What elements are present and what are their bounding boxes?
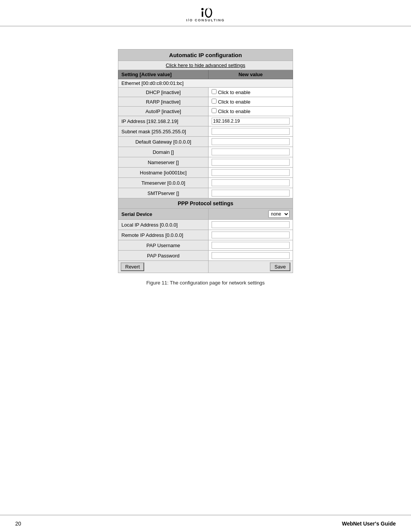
pap-username-input[interactable] [212, 242, 290, 249]
gateway-value-cell [209, 137, 293, 147]
dhcp-row: DHCP [inactive] Click to enable [118, 88, 293, 97]
nameserver-value-cell [209, 157, 293, 168]
ppp-section-row: PPP Protocol settings [118, 198, 293, 209]
table-title-row: Automatic IP configuration [118, 50, 293, 61]
subnet-label: Subnet mask [255.255.255.0] [118, 126, 209, 137]
rarp-checkbox-label: Click to enable [218, 99, 250, 105]
save-button[interactable]: Save [270, 262, 290, 271]
rarp-row: RARP [inactive] Click to enable [118, 97, 293, 107]
smtpserver-label: SMTPserver [] [118, 188, 209, 198]
subnet-row: Subnet mask [255.255.255.0] [118, 126, 293, 137]
ppp-section-title: PPP Protocol settings [118, 198, 293, 209]
revert-cell: Revert [118, 261, 209, 273]
hostname-input[interactable] [212, 169, 290, 176]
col-new-value-header: New value [209, 70, 293, 79]
subnet-input[interactable] [212, 128, 290, 135]
ip-address-value-cell [209, 116, 293, 126]
smtpserver-input[interactable] [212, 190, 290, 197]
svg-point-0 [201, 8, 204, 10]
pap-username-value-cell [209, 240, 293, 251]
table-header-row: Setting [Active value] New value [118, 70, 293, 79]
page-footer: 20 WebNet User's Guide [0, 515, 411, 532]
hostname-label: Hostname [io0001bc] [118, 168, 209, 178]
autoip-checkbox-cell: Click to enable [209, 107, 293, 116]
ip-address-row: IP Address [192.168.2.19] [118, 116, 293, 126]
remote-ip-label: Remote IP Address [0.0.0.0] [118, 230, 209, 240]
svg-rect-1 [202, 11, 203, 17]
domain-row: Domain [] [118, 147, 293, 157]
timeserver-value-cell [209, 178, 293, 188]
autoip-row: AutoIP [inactive] Click to enable [118, 107, 293, 116]
local-ip-row: Local IP Address [0.0.0.0] [118, 220, 293, 230]
page-number: 20 [15, 521, 21, 527]
local-ip-value-cell [209, 220, 293, 230]
domain-value-cell [209, 147, 293, 157]
dhcp-checkbox[interactable] [212, 89, 217, 94]
timeserver-row: Timeserver [0.0.0.0] [118, 178, 293, 188]
logo: I/O CONSULTING [186, 7, 225, 22]
rarp-label: RARP [inactive] [118, 97, 209, 107]
serial-device-select-cell: none com1 com2 [209, 209, 293, 220]
gateway-label: Default Gateway [0.0.0.0] [118, 137, 209, 147]
serial-device-select[interactable]: none com1 com2 [268, 210, 290, 218]
save-cell: Save [209, 261, 293, 273]
gateway-row: Default Gateway [0.0.0.0] [118, 137, 293, 147]
main-content: Automatic IP configuration Click here to… [0, 26, 411, 316]
pap-password-label: PAP Password [118, 251, 209, 261]
pap-password-input[interactable] [212, 252, 290, 259]
hostname-value-cell [209, 168, 293, 178]
figure-caption: Figure 11: The configuration page for ne… [146, 280, 264, 286]
hide-advanced-link[interactable]: Click here to hide advanced settings [118, 61, 293, 70]
autoip-checkbox-label: Click to enable [218, 109, 250, 114]
smtpserver-row: SMTPserver [] [118, 188, 293, 198]
gateway-input[interactable] [212, 138, 290, 145]
serial-device-row: Serial Device none com1 com2 [118, 209, 293, 220]
revert-save-row: Revert Save [118, 261, 293, 273]
nameserver-label: Nameserver [] [118, 157, 209, 168]
smtpserver-value-cell [209, 188, 293, 198]
ethernet-label: Ethernet [00:d0:c8:00:01:bc] [118, 79, 293, 88]
timeserver-input[interactable] [212, 179, 290, 186]
dhcp-checkbox-cell: Click to enable [209, 88, 293, 97]
dhcp-label: DHCP [inactive] [118, 88, 209, 97]
local-ip-input[interactable] [212, 221, 290, 228]
svg-point-2 [206, 8, 212, 17]
logo-icon [199, 7, 212, 18]
nameserver-input[interactable] [212, 159, 290, 166]
rarp-checkbox-cell: Click to enable [209, 97, 293, 107]
dhcp-checkbox-label: Click to enable [218, 89, 250, 95]
ip-address-label: IP Address [192.168.2.19] [118, 116, 209, 126]
domain-label: Domain [] [118, 147, 209, 157]
guide-title: WebNet User's Guide [342, 521, 396, 527]
timeserver-label: Timeserver [0.0.0.0] [118, 178, 209, 188]
remote-ip-input[interactable] [212, 232, 290, 238]
logo-text: I/O CONSULTING [186, 18, 225, 22]
hide-advanced-row[interactable]: Click here to hide advanced settings [118, 61, 293, 70]
revert-button[interactable]: Revert [121, 262, 144, 271]
local-ip-label: Local IP Address [0.0.0.0] [118, 220, 209, 230]
remote-ip-value-cell [209, 230, 293, 240]
ethernet-row: Ethernet [00:d0:c8:00:01:bc] [118, 79, 293, 88]
subnet-value-cell [209, 126, 293, 137]
pap-password-value-cell [209, 251, 293, 261]
ip-address-input[interactable] [212, 118, 290, 125]
domain-input[interactable] [212, 149, 290, 155]
pap-password-row: PAP Password [118, 251, 293, 261]
autoip-checkbox[interactable] [212, 108, 217, 113]
table-title: Automatic IP configuration [118, 50, 293, 61]
page-header: I/O CONSULTING [0, 0, 411, 26]
hostname-row: Hostname [io0001bc] [118, 168, 293, 178]
autoip-label: AutoIP [inactive] [118, 107, 209, 116]
config-table: Automatic IP configuration Click here to… [118, 49, 293, 273]
col-setting-header: Setting [Active value] [118, 70, 209, 79]
serial-device-label: Serial Device [118, 209, 209, 220]
nameserver-row: Nameserver [] [118, 157, 293, 168]
pap-username-label: PAP Username [118, 240, 209, 251]
remote-ip-row: Remote IP Address [0.0.0.0] [118, 230, 293, 240]
pap-username-row: PAP Username [118, 240, 293, 251]
rarp-checkbox[interactable] [212, 99, 217, 104]
